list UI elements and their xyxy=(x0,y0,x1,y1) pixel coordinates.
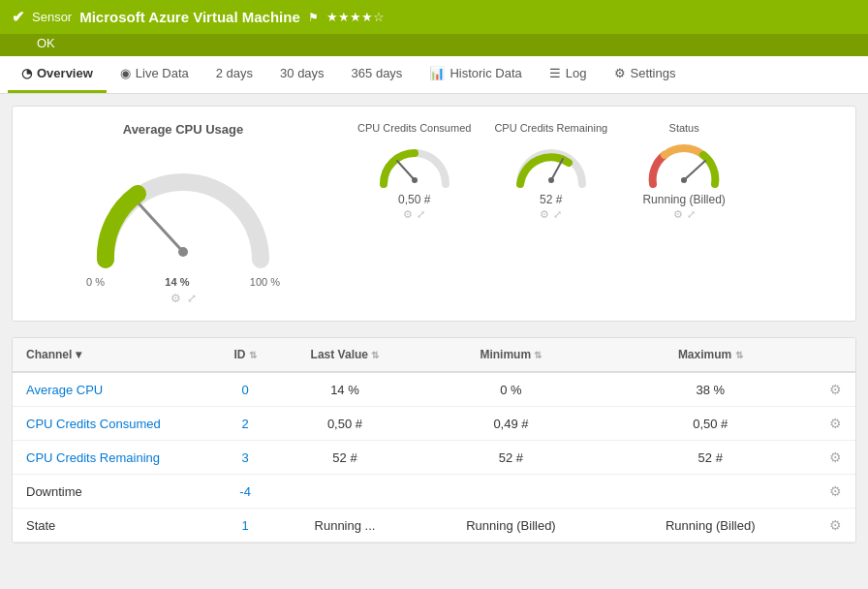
status-expand-icon[interactable]: ⤢ xyxy=(687,208,696,221)
consumed-expand-icon[interactable]: ⤢ xyxy=(417,208,425,221)
main-content: Average CPU Usage 0 % 14 % 100 xyxy=(0,94,868,555)
lastvalue-cell: 0,50 # xyxy=(278,407,411,441)
row-gear-button[interactable]: ⚙ xyxy=(810,509,855,542)
gear-icon: ⚙ xyxy=(829,450,842,465)
tab-overview[interactable]: ◔ Overview xyxy=(8,56,107,93)
lastvalue-cell xyxy=(278,475,411,509)
log-icon: ☰ xyxy=(549,66,561,80)
consumed-settings-icon[interactable]: ⚙ xyxy=(403,208,413,221)
svg-line-6 xyxy=(684,161,705,180)
id-cell: 1 xyxy=(212,509,279,542)
table-card: Channel ▾ ID ⇅ Last Value ⇅ Minimum ⇅ xyxy=(12,337,856,543)
minimum-cell: 0,49 # xyxy=(412,407,611,441)
gear-icon: ⚙ xyxy=(829,517,842,533)
maximum-cell: 0,50 # xyxy=(610,407,810,441)
minimum-cell: Running (Billed) xyxy=(412,509,611,542)
status-settings-icon[interactable]: ⚙ xyxy=(673,208,683,221)
avg-cpu-title: Average CPU Usage xyxy=(123,122,244,137)
id-cell: 0 xyxy=(212,372,279,407)
col-header-minimum[interactable]: Minimum ⇅ xyxy=(412,338,611,372)
table-row: State1Running ...Running (Billed)Running… xyxy=(13,509,855,542)
nav-tabs: ◔ Overview ◉ Live Data 2 days 30 days 36… xyxy=(0,56,868,94)
table-header-row: Channel ▾ ID ⇅ Last Value ⇅ Minimum ⇅ xyxy=(13,338,855,372)
data-table: Channel ▾ ID ⇅ Last Value ⇅ Minimum ⇅ xyxy=(13,338,855,542)
col-header-lastvalue[interactable]: Last Value ⇅ xyxy=(278,338,411,372)
overview-card: Average CPU Usage 0 % 14 % 100 xyxy=(12,106,856,322)
row-gear-button[interactable]: ⚙ xyxy=(810,407,855,441)
check-icon: ✔ xyxy=(12,8,24,26)
channel-cell: State xyxy=(13,509,212,542)
small-gauge-remaining: CPU Credits Remaining 52 # ⚙ ⤢ xyxy=(494,122,607,221)
small-gauge-consumed: CPU Credits Consumed 0,50 # ⚙ ⤢ xyxy=(357,122,471,221)
status-ok: OK xyxy=(37,36,55,50)
remaining-settings-icon[interactable]: ⚙ xyxy=(540,208,549,221)
gauge-min-label: 0 % xyxy=(86,276,105,288)
page-title: Microsoft Azure Virtual Machine xyxy=(79,9,300,25)
remaining-label: CPU Credits Remaining xyxy=(494,122,607,134)
remaining-value: 52 # xyxy=(540,193,562,206)
svg-point-7 xyxy=(681,177,687,183)
filter-icon: ▾ xyxy=(76,348,81,361)
col-header-maximum[interactable]: Maximum ⇅ xyxy=(610,338,810,372)
remaining-gauge-svg xyxy=(512,138,590,191)
tab-365days[interactable]: 365 days xyxy=(338,56,417,93)
lastvalue-cell: Running ... xyxy=(278,509,411,542)
status-controls: ⚙ ⤢ xyxy=(673,208,696,221)
sensor-label: Sensor xyxy=(32,10,72,24)
maximum-cell: Running (Billed) xyxy=(610,509,810,542)
svg-point-3 xyxy=(412,177,418,183)
flag-icon: ⚑ xyxy=(308,11,319,24)
remaining-controls: ⚙ ⤢ xyxy=(540,208,562,221)
table-row: Average CPU014 %0 %38 %⚙ xyxy=(13,372,855,407)
overview-icon: ◔ xyxy=(21,66,32,80)
gauge-max-label: 100 % xyxy=(250,276,280,288)
gauge-settings-icon[interactable]: ⚙ xyxy=(170,292,181,305)
channel-link[interactable]: CPU Credits Remaining xyxy=(26,450,160,465)
tab-2days[interactable]: 2 days xyxy=(202,56,266,93)
status-gauge-label: Status xyxy=(669,122,699,134)
tab-log[interactable]: ☰ Log xyxy=(536,56,601,93)
header: ✔ Sensor Microsoft Azure Virtual Machine… xyxy=(0,0,868,34)
livedata-icon: ◉ xyxy=(120,66,131,80)
settings-icon: ⚙ xyxy=(614,66,626,80)
table-row: Downtime-4⚙ xyxy=(13,475,855,509)
id-cell: 3 xyxy=(212,441,279,475)
table-row: CPU Credits Consumed20,50 #0,49 #0,50 #⚙ xyxy=(13,407,855,441)
minimum-cell: 0 % xyxy=(412,372,611,407)
tab-settings[interactable]: ⚙ Settings xyxy=(601,56,690,93)
col-header-id[interactable]: ID ⇅ xyxy=(212,338,279,372)
table-body: Average CPU014 %0 %38 %⚙CPU Credits Cons… xyxy=(13,372,855,542)
col-header-channel[interactable]: Channel ▾ xyxy=(13,338,212,372)
channel-link[interactable]: CPU Credits Consumed xyxy=(26,417,161,431)
big-gauge-container: Average CPU Usage 0 % 14 % 100 xyxy=(28,122,338,305)
gauge-expand-icon[interactable]: ⤢ xyxy=(187,292,197,305)
consumed-controls: ⚙ ⤢ xyxy=(403,208,425,221)
channel-cell: Downtime xyxy=(13,475,212,509)
sort-max-icon: ⇅ xyxy=(735,350,743,360)
remaining-expand-icon[interactable]: ⤢ xyxy=(553,208,562,221)
row-gear-button[interactable]: ⚙ xyxy=(810,372,855,407)
id-cell: -4 xyxy=(212,475,279,509)
big-gauge-svg xyxy=(86,148,280,274)
big-gauge-labels: 0 % 14 % 100 % xyxy=(86,276,280,288)
tab-30days[interactable]: 30 days xyxy=(266,56,338,93)
chart-icon: 📊 xyxy=(429,66,445,80)
channel-link[interactable]: Average CPU xyxy=(26,383,103,397)
star-rating: ★★★★☆ xyxy=(326,10,385,24)
id-cell: 2 xyxy=(212,407,279,441)
tab-historicdata[interactable]: 📊 Historic Data xyxy=(416,56,535,93)
svg-point-1 xyxy=(178,247,188,257)
gear-icon: ⚙ xyxy=(829,416,842,431)
gear-icon: ⚙ xyxy=(829,483,842,499)
row-gear-button[interactable]: ⚙ xyxy=(810,441,855,475)
svg-line-4 xyxy=(551,159,563,180)
row-gear-button[interactable]: ⚙ xyxy=(810,475,855,509)
gear-icon: ⚙ xyxy=(829,382,842,397)
tab-livedata[interactable]: ◉ Live Data xyxy=(107,56,202,93)
status-gauge-svg xyxy=(645,138,723,191)
svg-line-2 xyxy=(397,161,415,180)
sort-id-icon: ⇅ xyxy=(249,350,257,360)
status-value: Running (Billed) xyxy=(642,193,725,206)
maximum-cell: 38 % xyxy=(610,372,810,407)
consumed-value: 0,50 # xyxy=(398,193,430,206)
